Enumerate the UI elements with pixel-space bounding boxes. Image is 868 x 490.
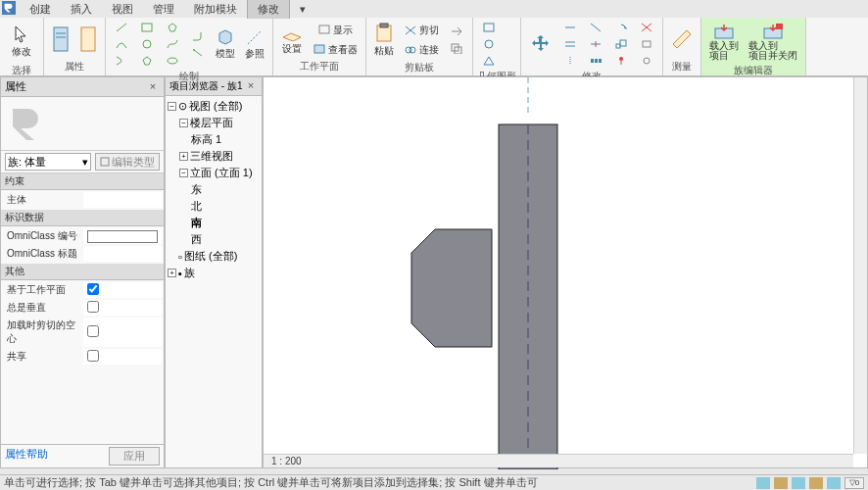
collapse-icon[interactable]: − — [179, 169, 188, 177]
other-header: 其他 — [1, 264, 164, 280]
chevron-down-icon: ▾ — [82, 156, 88, 169]
tree-west[interactable]: 西 — [168, 231, 260, 248]
mirror-button[interactable] — [558, 53, 582, 69]
prop-row-omni-num: OmniClass 编号 — [3, 228, 162, 244]
tree-level1[interactable]: 标高 1 — [168, 131, 260, 148]
show-wp-button[interactable]: 显示 — [309, 21, 362, 39]
trim-button[interactable] — [584, 20, 607, 35]
move-button[interactable] — [525, 30, 556, 58]
match-button[interactable] — [445, 24, 468, 39]
offset-button[interactable] — [558, 36, 582, 52]
pick-icon — [191, 47, 205, 59]
vertical-scrollbar[interactable] — [853, 77, 867, 454]
props-help-link[interactable]: 属性帮助 — [5, 447, 48, 466]
pick-tool[interactable] — [186, 45, 210, 61]
poly-tool[interactable] — [135, 53, 159, 69]
ref-button[interactable]: 参照 — [241, 26, 268, 63]
join-button[interactable]: 连接 — [400, 40, 443, 59]
type-selector[interactable]: 族: 体量 ▾ — [5, 153, 91, 171]
menu-manage[interactable]: 管理 — [143, 0, 184, 19]
menu-create[interactable]: 创建 — [20, 0, 61, 19]
align-button[interactable] — [558, 20, 582, 35]
scale-button[interactable] — [609, 36, 633, 52]
rect-tool[interactable] — [135, 20, 159, 35]
cut-button[interactable]: 剪切 — [400, 21, 443, 39]
mod-x3[interactable] — [635, 53, 658, 69]
tree-south[interactable]: 南 — [168, 215, 260, 231]
measure-button[interactable] — [667, 26, 697, 52]
status-icon[interactable] — [792, 477, 805, 489]
modify-button[interactable]: 修改 — [4, 20, 39, 63]
svg-rect-26 — [595, 59, 598, 63]
spline-tool[interactable] — [161, 36, 184, 52]
view-scale[interactable]: 1 : 200 — [264, 456, 310, 466]
paste-button[interactable]: 粘贴 — [370, 20, 398, 60]
menu-expand[interactable]: ▾ — [290, 1, 315, 18]
tree-north[interactable]: 北 — [168, 198, 260, 215]
edit-type-icon — [100, 157, 110, 167]
load-project-button[interactable]: 载入到 项目 — [705, 20, 743, 63]
mod-x2[interactable] — [635, 36, 658, 52]
set-wp-button[interactable]: 设置 — [277, 22, 307, 58]
geo-2[interactable] — [477, 36, 501, 52]
arc-tool[interactable] — [110, 36, 133, 52]
expand-icon[interactable]: + — [168, 269, 176, 277]
tree-east[interactable]: 东 — [168, 181, 260, 198]
status-icon[interactable] — [756, 477, 770, 489]
menu-insert[interactable]: 插入 — [61, 0, 102, 19]
status-icon[interactable] — [809, 477, 823, 489]
line-tool[interactable] — [110, 20, 133, 35]
props-button[interactable] — [48, 24, 73, 55]
tree-views[interactable]: −⊙视图 (全部) — [168, 98, 260, 115]
svg-line-10 — [248, 30, 262, 44]
collapse-icon[interactable]: − — [168, 102, 176, 111]
ribbon-group-measure: 测量 — [663, 18, 701, 75]
collapse-icon[interactable]: − — [179, 119, 188, 127]
pin-button[interactable] — [609, 53, 633, 69]
split-button[interactable] — [584, 36, 607, 52]
geo-1[interactable] — [477, 20, 501, 35]
status-icon[interactable] — [827, 477, 841, 489]
ellipse-tool[interactable] — [161, 53, 184, 69]
menu-view[interactable]: 视图 — [102, 0, 143, 19]
tree-families[interactable]: +▪族 — [168, 265, 260, 281]
array-button[interactable] — [584, 53, 607, 69]
ref-icon — [246, 28, 264, 46]
geo-3[interactable] — [477, 53, 501, 69]
tree-sheets[interactable]: ▫图纸 (全部) — [168, 248, 260, 265]
workplane-checkbox[interactable] — [87, 283, 99, 295]
tree-3dviews[interactable]: +三维视图 — [168, 148, 260, 165]
mod-x1[interactable] — [635, 20, 658, 35]
vertical-checkbox[interactable] — [87, 301, 99, 313]
ribbon-group-modify: 修改 — [521, 18, 663, 75]
drawing-canvas[interactable]: 1 : 200 — [263, 76, 868, 468]
svg-point-30 — [619, 57, 623, 61]
copy-button[interactable] — [445, 40, 468, 56]
shared-checkbox[interactable] — [87, 350, 99, 362]
expand-icon[interactable]: + — [179, 152, 188, 161]
polyc-tool[interactable] — [161, 20, 184, 35]
tree-floorplans[interactable]: −楼层平面 — [168, 115, 260, 131]
menu-addins[interactable]: 附加模块 — [184, 0, 247, 19]
cutvoid-checkbox[interactable] — [87, 325, 99, 337]
svg-point-9 — [193, 49, 195, 51]
circ-tool[interactable] — [135, 36, 159, 52]
fillet-tool[interactable] — [186, 28, 210, 44]
tree-elevations[interactable]: −立面 (立面 1) — [168, 165, 260, 181]
apply-button[interactable]: 应用 — [109, 447, 160, 466]
cursor-icon — [12, 24, 31, 44]
menu-modify[interactable]: 修改 — [247, 0, 290, 19]
horizontal-scrollbar[interactable]: 1 : 200 — [264, 454, 853, 467]
svg-rect-19 — [484, 24, 494, 31]
load-close-button[interactable]: 载入到 项目并关闭 — [745, 20, 801, 63]
viewer-wp-button[interactable]: 查看器 — [309, 40, 362, 59]
edit-type-button[interactable]: 编辑类型 — [95, 153, 160, 171]
svg-rect-6 — [142, 24, 152, 31]
filter-icon[interactable]: ▽0 — [844, 477, 864, 489]
rotate-button[interactable] — [609, 20, 633, 35]
family-types-button[interactable] — [75, 24, 101, 55]
status-icon[interactable] — [774, 477, 788, 489]
model-button[interactable]: 模型 — [212, 26, 239, 63]
arc3-tool[interactable] — [110, 53, 133, 69]
svg-rect-28 — [616, 44, 620, 48]
